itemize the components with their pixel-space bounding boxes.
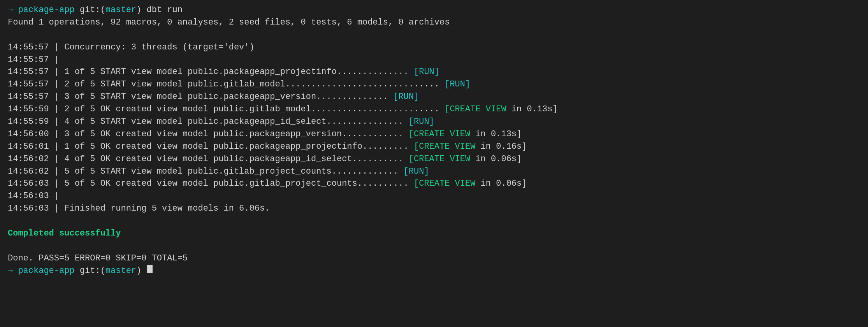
log-line-1-ok: 14:56:01 | 1 of 5 OK created view model … [8, 141, 860, 153]
blank-line-2 [8, 215, 860, 227]
log-line-2-start: 14:55:57 | 2 of 5 START view model publi… [8, 78, 860, 91]
finished-line: 14:56:03 | Finished running 5 view model… [8, 202, 860, 215]
blank-line-3 [8, 240, 860, 252]
log-line-4-start: 14:55:59 | 4 of 5 START view model publi… [8, 116, 860, 128]
concurrency-line: 14:55:57 | Concurrency: 3 threads (targe… [8, 41, 860, 54]
completed-text: Completed successfully [8, 227, 121, 240]
found-line: Found 1 operations, 92 macros, 0 analyse… [8, 16, 860, 29]
final-pkg-name: package-app [18, 265, 74, 277]
log-line-2-ok: 14:55:59 | 2 of 5 OK created view model … [8, 103, 860, 116]
arrow-icon: → [8, 4, 18, 16]
log-line-1-start: 14:55:57 | 1 of 5 START view model publi… [8, 66, 860, 78]
log-line-5-ok: 14:56:03 | 5 of 5 OK created view model … [8, 178, 860, 190]
final-branch-name: master [105, 265, 136, 277]
terminal-output: → package-app git:(master) dbt run Found… [8, 4, 860, 277]
log-line-3-start: 14:55:57 | 3 of 5 START view model publi… [8, 91, 860, 103]
completed-line: Completed successfully [8, 227, 860, 240]
pipe-line-1: 14:55:57 | [8, 54, 860, 66]
blank-line-1 [8, 29, 860, 41]
log-line-4-ok: 14:56:02 | 4 of 5 OK created view model … [8, 153, 860, 165]
line-header-prompt: → package-app git:(master) dbt run [8, 4, 860, 16]
cursor-block [147, 265, 153, 273]
final-prompt-line: → package-app git:(master) [8, 265, 860, 277]
pkg-name: package-app [18, 4, 74, 16]
log-line-5-start: 14:56:02 | 5 of 5 START view model publi… [8, 165, 860, 178]
final-arrow-icon: → [8, 265, 18, 277]
git-label: git:( [75, 4, 105, 16]
log-line-3-ok: 14:56:00 | 3 of 5 OK created view model … [8, 128, 860, 141]
done-line: Done. PASS=5 ERROR=0 SKIP=0 TOTAL=5 [8, 252, 860, 265]
pipe-line-2: 14:56:03 | [8, 190, 860, 202]
branch-name: master [105, 4, 136, 16]
